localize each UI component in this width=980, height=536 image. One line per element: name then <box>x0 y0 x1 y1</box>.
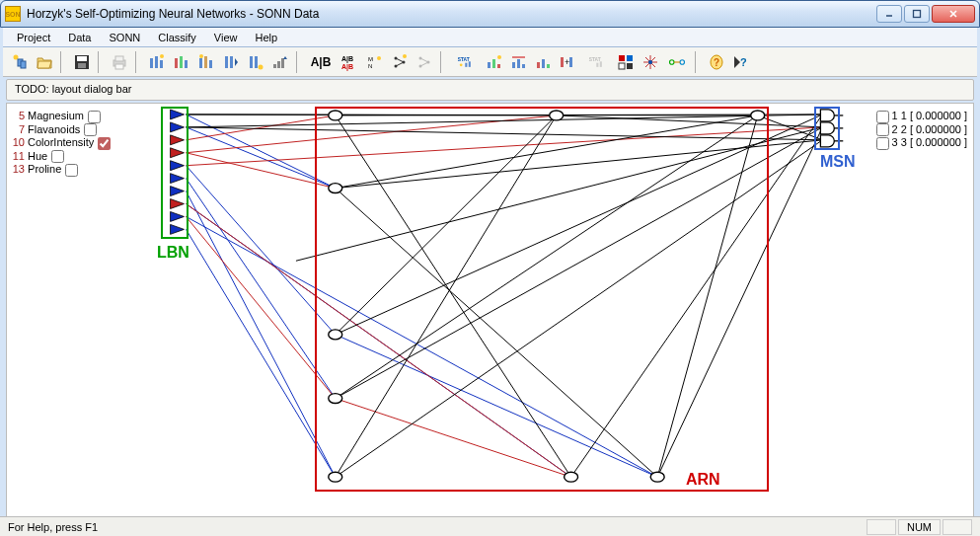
tool-ab-icon[interactable]: A|B <box>307 51 335 73</box>
svg-text:+: + <box>565 57 569 67</box>
menu-sonn[interactable]: SONN <box>102 30 149 45</box>
titlebar: SON Horzyk's Self-Optimizing Neural Netw… <box>0 0 980 28</box>
tool-link-icon[interactable] <box>664 51 690 73</box>
svg-point-121 <box>329 111 342 120</box>
input-check-0[interactable] <box>88 111 101 123</box>
svg-point-123 <box>751 111 765 120</box>
status-num: NUM <box>898 519 941 535</box>
tool-g2-icon[interactable] <box>508 51 530 73</box>
svg-line-47 <box>420 62 428 66</box>
lbn-label: LBN <box>157 244 189 262</box>
svg-rect-15 <box>160 60 163 68</box>
menu-view[interactable]: View <box>206 30 246 45</box>
svg-rect-54 <box>497 64 500 68</box>
svg-line-98 <box>186 216 335 398</box>
output-check-1[interactable] <box>876 123 889 136</box>
svg-text:STAT: STAT <box>458 57 470 62</box>
svg-point-42 <box>403 54 407 58</box>
svg-line-88 <box>186 191 335 478</box>
tool-new-icon[interactable] <box>9 51 31 73</box>
output-check-0[interactable] <box>876 111 889 123</box>
svg-line-103 <box>186 127 822 140</box>
tool-about-icon[interactable]: ? <box>706 51 727 73</box>
input-row: 13 Proline <box>11 163 113 177</box>
svg-line-116 <box>336 115 571 477</box>
input-row: 5 Magnesium <box>11 110 113 123</box>
svg-rect-22 <box>209 60 212 68</box>
menubar: Project Data SONN Classify View Help <box>3 28 977 47</box>
tool-bars3-icon[interactable] <box>195 51 217 73</box>
tool-bars2-icon[interactable] <box>171 51 192 73</box>
svg-line-115 <box>336 140 823 477</box>
tool-sort-icon[interactable] <box>269 51 291 73</box>
tool-flags-icon[interactable] <box>615 51 637 73</box>
svg-point-128 <box>565 472 578 482</box>
network-canvas[interactable]: LBN ARN MSN 5 Magnesium 7 Flavanoids 10 … <box>6 103 974 517</box>
tool-star-icon[interactable] <box>640 51 661 73</box>
input-check-3[interactable] <box>51 150 64 163</box>
menu-data[interactable]: Data <box>60 30 99 45</box>
menu-project[interactable]: Project <box>9 30 58 45</box>
svg-rect-69 <box>619 55 625 61</box>
tool-help-icon[interactable]: ? <box>730 51 752 73</box>
svg-line-86 <box>186 166 335 335</box>
input-check-2[interactable] <box>98 137 111 150</box>
tool-net2-icon[interactable] <box>414 51 435 73</box>
lbn-nodes <box>171 110 185 234</box>
menu-classify[interactable]: Classify <box>150 30 204 45</box>
svg-text:N: N <box>368 63 372 69</box>
svg-point-124 <box>329 184 342 193</box>
svg-line-114 <box>336 115 557 477</box>
svg-rect-29 <box>273 64 276 68</box>
tool-net1-icon[interactable] <box>389 51 411 73</box>
svg-rect-6 <box>21 61 26 68</box>
svg-point-122 <box>550 111 564 120</box>
tool-stat-icon[interactable]: STAT <box>451 51 481 73</box>
svg-line-97 <box>186 204 570 478</box>
svg-rect-30 <box>277 61 280 68</box>
svg-point-126 <box>329 394 342 404</box>
maximize-button[interactable] <box>904 5 930 23</box>
close-button[interactable] <box>932 5 975 23</box>
svg-line-118 <box>336 189 657 478</box>
output-check-2[interactable] <box>876 137 889 150</box>
svg-text:M: M <box>368 56 373 62</box>
tool-print-icon[interactable] <box>109 51 130 73</box>
tool-open-icon[interactable] <box>34 51 55 73</box>
svg-rect-8 <box>77 56 87 61</box>
input-row: 7 Flavanoids <box>11 123 113 137</box>
svg-point-28 <box>259 64 264 69</box>
menu-help[interactable]: Help <box>247 30 285 45</box>
svg-rect-50 <box>465 62 467 66</box>
tool-bars4-icon[interactable] <box>220 51 242 73</box>
tool-save-icon[interactable] <box>71 51 93 73</box>
svg-rect-65 <box>569 57 572 67</box>
msn-nodes <box>820 110 843 147</box>
svg-rect-27 <box>255 56 258 68</box>
svg-text:?: ? <box>740 56 747 68</box>
svg-point-78 <box>670 59 675 64</box>
input-check-1[interactable] <box>84 123 97 136</box>
svg-rect-51 <box>469 61 471 67</box>
tool-g3-icon[interactable] <box>533 51 555 73</box>
input-check-4[interactable] <box>65 164 78 177</box>
svg-rect-71 <box>619 63 625 69</box>
tool-g4-icon[interactable]: + <box>558 51 579 73</box>
output-row: 1 1 [ 0.000000 ] <box>876 110 967 123</box>
svg-rect-60 <box>537 62 540 68</box>
minimize-button[interactable] <box>876 5 902 23</box>
tool-g1-icon[interactable] <box>484 51 505 73</box>
svg-point-79 <box>680 59 685 64</box>
svg-rect-20 <box>199 58 202 68</box>
tool-minmax-icon[interactable]: MN <box>364 51 386 73</box>
tool-bars1-icon[interactable] <box>146 51 168 73</box>
tool-stat2-icon[interactable]: STAT <box>582 51 612 73</box>
svg-point-127 <box>329 472 342 482</box>
svg-line-96 <box>186 127 822 166</box>
tool-ab-stack-icon[interactable]: A|BA|B <box>338 51 361 73</box>
svg-line-92 <box>336 335 657 477</box>
svg-line-46 <box>420 58 428 62</box>
tool-bars5-icon[interactable] <box>245 51 266 73</box>
svg-line-91 <box>186 229 335 477</box>
status-pane-3 <box>942 519 972 535</box>
